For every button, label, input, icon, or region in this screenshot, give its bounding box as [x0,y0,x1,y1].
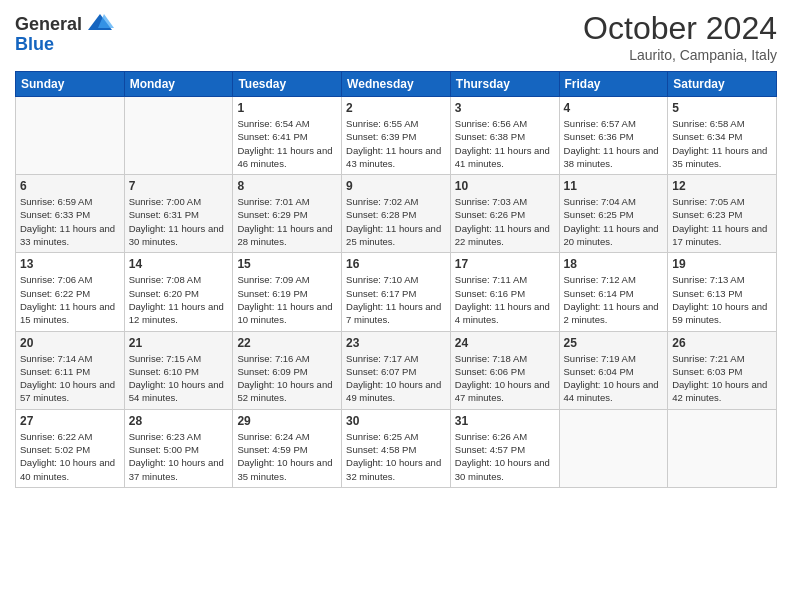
day-info: Sunrise: 6:23 AM Sunset: 5:00 PM Dayligh… [129,430,229,483]
day-info: Sunrise: 7:21 AM Sunset: 6:03 PM Dayligh… [672,352,772,405]
day-cell: 5Sunrise: 6:58 AM Sunset: 6:34 PM Daylig… [668,97,777,175]
day-info: Sunrise: 7:12 AM Sunset: 6:14 PM Dayligh… [564,273,664,326]
day-info: Sunrise: 7:01 AM Sunset: 6:29 PM Dayligh… [237,195,337,248]
day-number: 21 [129,336,229,350]
day-number: 7 [129,179,229,193]
col-header-monday: Monday [124,72,233,97]
day-info: Sunrise: 6:26 AM Sunset: 4:57 PM Dayligh… [455,430,555,483]
col-header-tuesday: Tuesday [233,72,342,97]
day-info: Sunrise: 7:10 AM Sunset: 6:17 PM Dayligh… [346,273,446,326]
day-cell: 17Sunrise: 7:11 AM Sunset: 6:16 PM Dayli… [450,253,559,331]
day-number: 27 [20,414,120,428]
day-info: Sunrise: 6:59 AM Sunset: 6:33 PM Dayligh… [20,195,120,248]
day-info: Sunrise: 7:17 AM Sunset: 6:07 PM Dayligh… [346,352,446,405]
day-info: Sunrise: 7:02 AM Sunset: 6:28 PM Dayligh… [346,195,446,248]
week-row-5: 27Sunrise: 6:22 AM Sunset: 5:02 PM Dayli… [16,409,777,487]
col-header-thursday: Thursday [450,72,559,97]
day-cell: 2Sunrise: 6:55 AM Sunset: 6:39 PM Daylig… [342,97,451,175]
day-cell: 10Sunrise: 7:03 AM Sunset: 6:26 PM Dayli… [450,175,559,253]
day-cell: 21Sunrise: 7:15 AM Sunset: 6:10 PM Dayli… [124,331,233,409]
day-cell: 30Sunrise: 6:25 AM Sunset: 4:58 PM Dayli… [342,409,451,487]
week-row-3: 13Sunrise: 7:06 AM Sunset: 6:22 PM Dayli… [16,253,777,331]
day-cell: 12Sunrise: 7:05 AM Sunset: 6:23 PM Dayli… [668,175,777,253]
day-number: 11 [564,179,664,193]
day-info: Sunrise: 7:05 AM Sunset: 6:23 PM Dayligh… [672,195,772,248]
day-info: Sunrise: 6:22 AM Sunset: 5:02 PM Dayligh… [20,430,120,483]
day-number: 16 [346,257,446,271]
day-cell: 7Sunrise: 7:00 AM Sunset: 6:31 PM Daylig… [124,175,233,253]
day-number: 2 [346,101,446,115]
location: Laurito, Campania, Italy [583,47,777,63]
day-info: Sunrise: 6:54 AM Sunset: 6:41 PM Dayligh… [237,117,337,170]
day-number: 3 [455,101,555,115]
day-number: 20 [20,336,120,350]
day-number: 18 [564,257,664,271]
calendar-table: SundayMondayTuesdayWednesdayThursdayFrid… [15,71,777,488]
day-cell: 20Sunrise: 7:14 AM Sunset: 6:11 PM Dayli… [16,331,125,409]
day-cell: 13Sunrise: 7:06 AM Sunset: 6:22 PM Dayli… [16,253,125,331]
day-cell [124,97,233,175]
day-number: 14 [129,257,229,271]
day-cell: 18Sunrise: 7:12 AM Sunset: 6:14 PM Dayli… [559,253,668,331]
day-info: Sunrise: 6:24 AM Sunset: 4:59 PM Dayligh… [237,430,337,483]
day-cell [668,409,777,487]
day-cell: 27Sunrise: 6:22 AM Sunset: 5:02 PM Dayli… [16,409,125,487]
day-cell: 11Sunrise: 7:04 AM Sunset: 6:25 PM Dayli… [559,175,668,253]
header: General Blue October 2024 Laurito, Campa… [15,10,777,63]
day-cell: 4Sunrise: 6:57 AM Sunset: 6:36 PM Daylig… [559,97,668,175]
day-number: 6 [20,179,120,193]
day-info: Sunrise: 7:11 AM Sunset: 6:16 PM Dayligh… [455,273,555,326]
day-info: Sunrise: 6:56 AM Sunset: 6:38 PM Dayligh… [455,117,555,170]
day-info: Sunrise: 7:06 AM Sunset: 6:22 PM Dayligh… [20,273,120,326]
day-number: 5 [672,101,772,115]
day-number: 9 [346,179,446,193]
day-info: Sunrise: 6:58 AM Sunset: 6:34 PM Dayligh… [672,117,772,170]
day-info: Sunrise: 7:04 AM Sunset: 6:25 PM Dayligh… [564,195,664,248]
day-number: 31 [455,414,555,428]
day-number: 24 [455,336,555,350]
col-header-wednesday: Wednesday [342,72,451,97]
header-row: SundayMondayTuesdayWednesdayThursdayFrid… [16,72,777,97]
day-cell: 1Sunrise: 6:54 AM Sunset: 6:41 PM Daylig… [233,97,342,175]
day-cell [559,409,668,487]
day-info: Sunrise: 7:03 AM Sunset: 6:26 PM Dayligh… [455,195,555,248]
day-info: Sunrise: 7:09 AM Sunset: 6:19 PM Dayligh… [237,273,337,326]
day-number: 25 [564,336,664,350]
title-block: October 2024 Laurito, Campania, Italy [583,10,777,63]
day-info: Sunrise: 6:55 AM Sunset: 6:39 PM Dayligh… [346,117,446,170]
col-header-saturday: Saturday [668,72,777,97]
day-cell: 31Sunrise: 6:26 AM Sunset: 4:57 PM Dayli… [450,409,559,487]
day-number: 13 [20,257,120,271]
day-cell: 24Sunrise: 7:18 AM Sunset: 6:06 PM Dayli… [450,331,559,409]
day-number: 1 [237,101,337,115]
day-number: 10 [455,179,555,193]
day-number: 8 [237,179,337,193]
day-info: Sunrise: 7:08 AM Sunset: 6:20 PM Dayligh… [129,273,229,326]
day-info: Sunrise: 7:00 AM Sunset: 6:31 PM Dayligh… [129,195,229,248]
week-row-1: 1Sunrise: 6:54 AM Sunset: 6:41 PM Daylig… [16,97,777,175]
day-cell: 16Sunrise: 7:10 AM Sunset: 6:17 PM Dayli… [342,253,451,331]
day-number: 26 [672,336,772,350]
day-info: Sunrise: 6:57 AM Sunset: 6:36 PM Dayligh… [564,117,664,170]
col-header-sunday: Sunday [16,72,125,97]
logo-general-text: General [15,14,82,35]
day-info: Sunrise: 7:14 AM Sunset: 6:11 PM Dayligh… [20,352,120,405]
day-number: 12 [672,179,772,193]
day-number: 29 [237,414,337,428]
col-header-friday: Friday [559,72,668,97]
day-cell: 23Sunrise: 7:17 AM Sunset: 6:07 PM Dayli… [342,331,451,409]
day-cell: 3Sunrise: 6:56 AM Sunset: 6:38 PM Daylig… [450,97,559,175]
logo: General Blue [15,10,114,55]
day-info: Sunrise: 7:13 AM Sunset: 6:13 PM Dayligh… [672,273,772,326]
day-number: 19 [672,257,772,271]
day-info: Sunrise: 7:19 AM Sunset: 6:04 PM Dayligh… [564,352,664,405]
day-cell: 29Sunrise: 6:24 AM Sunset: 4:59 PM Dayli… [233,409,342,487]
day-cell: 22Sunrise: 7:16 AM Sunset: 6:09 PM Dayli… [233,331,342,409]
week-row-4: 20Sunrise: 7:14 AM Sunset: 6:11 PM Dayli… [16,331,777,409]
day-number: 23 [346,336,446,350]
day-cell: 8Sunrise: 7:01 AM Sunset: 6:29 PM Daylig… [233,175,342,253]
day-number: 22 [237,336,337,350]
day-cell: 9Sunrise: 7:02 AM Sunset: 6:28 PM Daylig… [342,175,451,253]
day-cell: 14Sunrise: 7:08 AM Sunset: 6:20 PM Dayli… [124,253,233,331]
day-number: 17 [455,257,555,271]
